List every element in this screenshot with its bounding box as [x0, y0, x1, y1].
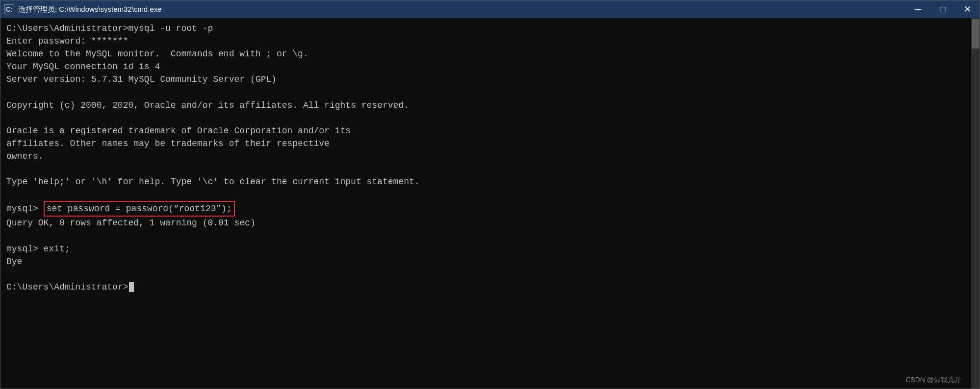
line-empty5 — [6, 230, 965, 243]
watermark: CSDN @知我几斤 — [905, 375, 961, 385]
line-queryok: Query OK, 0 rows affected, 1 warning (0.… — [6, 217, 965, 229]
line-exitcmd: mysql> exit; — [6, 243, 965, 255]
line-copyright: Copyright (c) 2000, 2020, Oracle and/or … — [6, 99, 965, 112]
window-icon: C: — [4, 4, 14, 14]
line-typeline: Type 'help;' or '\h' for help. Type '\c'… — [6, 175, 965, 188]
line-oracle3: owners. — [6, 150, 965, 163]
line-server: Server version: 5.7.31 MySQL Community S… — [6, 73, 965, 86]
line-empty3 — [6, 163, 965, 175]
scrollbar[interactable] — [971, 18, 980, 389]
console-area: C:\Users\Administrator>mysql -u root -p … — [0, 18, 980, 389]
maximize-button[interactable]: □ — [930, 0, 955, 18]
window-controls: ─ □ ✕ — [906, 0, 980, 18]
minimize-button[interactable]: ─ — [906, 0, 930, 18]
line-pwd: Enter password: ******* — [6, 35, 965, 48]
line-connid: Your MySQL connection id is 4 — [6, 60, 965, 73]
line-empty1 — [6, 86, 965, 98]
line-empty6 — [6, 268, 965, 281]
scrollbar-thumb[interactable] — [972, 19, 979, 49]
highlighted-command: set password = password(“root123”); — [44, 201, 235, 217]
console-content[interactable]: C:\Users\Administrator>mysql -u root -p … — [0, 18, 971, 389]
line-empty2 — [6, 112, 965, 124]
window-title: 选择管理员: C:\Windows\system32\cmd.exe — [18, 5, 976, 14]
line-oracle1: Oracle is a registered trademark of Orac… — [6, 124, 965, 137]
line-prompt2: C:\Users\Administrator> — [6, 281, 965, 293]
cursor — [129, 282, 134, 292]
line-oracle2: affiliates. Other names may be trademark… — [6, 137, 965, 150]
line-bye: Bye — [6, 255, 965, 268]
line-welcome: Welcome to the MySQL monitor. Commands e… — [6, 48, 965, 60]
close-button[interactable]: ✕ — [955, 0, 980, 18]
mysql-prompt: mysql> — [6, 204, 44, 214]
line-empty4 — [6, 188, 965, 201]
title-bar: C: 选择管理员: C:\Windows\system32\cmd.exe ─ … — [0, 0, 980, 18]
line-setcmd: mysql> set password = password(“root123”… — [6, 201, 965, 217]
line-cmd1: C:\Users\Administrator>mysql -u root -p — [6, 22, 965, 35]
cmd-window: C: 选择管理员: C:\Windows\system32\cmd.exe ─ … — [0, 0, 980, 389]
